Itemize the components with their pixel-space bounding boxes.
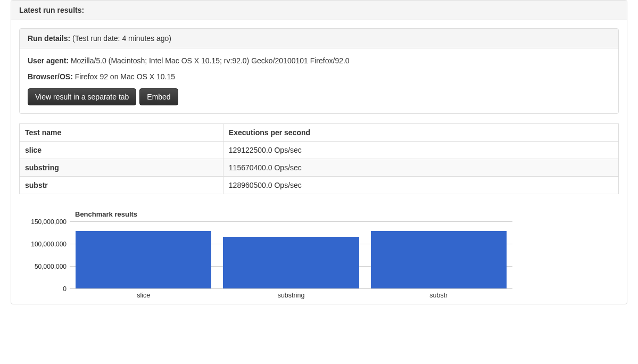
bar-slot xyxy=(365,221,512,288)
bar-slot xyxy=(217,221,364,288)
user-agent-value: Mozilla/5.0 (Macintosh; Intel Mac OS X 1… xyxy=(71,56,350,65)
button-row: View result in a separate tab Embed xyxy=(28,88,610,105)
run-details-date: (Test run date: 4 minutes ago) xyxy=(72,34,171,43)
run-details-body: User agent: Mozilla/5.0 (Macintosh; Inte… xyxy=(20,48,618,113)
x-tick-label: substring xyxy=(217,292,364,299)
embed-button[interactable]: Embed xyxy=(139,88,178,105)
cell-test-name: slice xyxy=(20,142,223,159)
run-details-heading: Run details: (Test run date: 4 minutes a… xyxy=(20,29,618,48)
table-row: substring115670400.0 Ops/sec xyxy=(20,159,619,177)
chart-title: Benchmark results xyxy=(75,210,512,218)
bar-slice xyxy=(76,231,211,288)
run-details-label: Run details: xyxy=(28,34,70,43)
table-header-row: Test name Executions per second xyxy=(20,124,619,142)
results-table: Test name Executions per second slice129… xyxy=(19,123,619,194)
cell-eps: 115670400.0 Ops/sec xyxy=(223,159,618,177)
cell-test-name: substring xyxy=(20,159,223,177)
cell-test-name: substr xyxy=(20,177,223,194)
run-details-panel: Run details: (Test run date: 4 minutes a… xyxy=(19,28,619,114)
user-agent-label: User agent: xyxy=(28,56,69,65)
browser-os-row: Browser/OS: Firefox 92 on Mac OS X 10.15 xyxy=(28,72,610,81)
cell-eps: 128960500.0 Ops/sec xyxy=(223,177,618,194)
browser-os-value: Firefox 92 on Mac OS X 10.15 xyxy=(75,72,175,81)
col-test-name: Test name xyxy=(20,124,223,142)
panel-heading: Latest run results: xyxy=(11,1,627,20)
view-result-button[interactable]: View result in a separate tab xyxy=(28,88,136,105)
bar-slot xyxy=(70,221,217,288)
x-tick-label: substr xyxy=(365,292,512,299)
user-agent-row: User agent: Mozilla/5.0 (Macintosh; Inte… xyxy=(28,56,610,65)
browser-os-label: Browser/OS: xyxy=(28,72,73,81)
table-row: substr128960500.0 Ops/sec xyxy=(20,177,619,194)
gridline: 0 xyxy=(70,288,512,289)
chart-area: 050,000,000100,000,000150,000,000 slices… xyxy=(70,221,512,296)
chart-xlabels: slicesubstringsubstr xyxy=(70,292,512,299)
table-row: slice129122500.0 Ops/sec xyxy=(20,142,619,159)
y-tick-label: 150,000,000 xyxy=(31,218,67,226)
latest-run-results-panel: Latest run results: Run details: (Test r… xyxy=(11,0,627,304)
panel-title: Latest run results: xyxy=(19,6,84,14)
y-tick-label: 100,000,000 xyxy=(31,241,67,248)
benchmark-chart: Benchmark results 050,000,000100,000,000… xyxy=(19,210,619,296)
panel-body: Run details: (Test run date: 4 minutes a… xyxy=(11,20,627,304)
chart-bars xyxy=(70,221,512,288)
y-tick-label: 50,000,000 xyxy=(35,263,67,270)
y-tick-label: 0 xyxy=(63,285,67,293)
bar-substring xyxy=(223,237,359,288)
col-eps: Executions per second xyxy=(223,124,618,142)
x-tick-label: slice xyxy=(70,292,217,299)
bar-substr xyxy=(371,231,507,288)
cell-eps: 129122500.0 Ops/sec xyxy=(223,142,618,159)
